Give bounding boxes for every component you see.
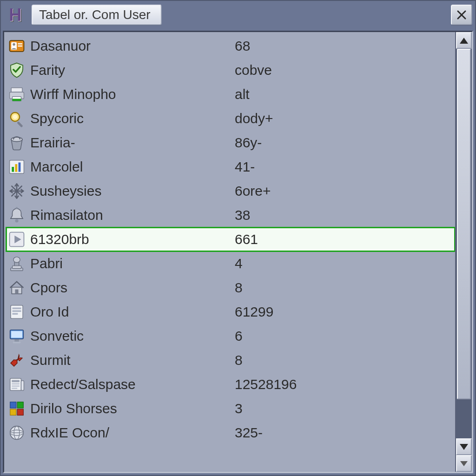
list-item[interactable]: Susheysies6ore+ [6, 179, 455, 203]
list-item[interactable]: Sonvetic6 [6, 324, 455, 348]
bell-icon [8, 206, 26, 224]
svg-rect-11 [17, 121, 23, 127]
list-item-label: Wirff Minopho [30, 86, 230, 102]
list-item-label: Pabri [30, 256, 230, 271]
list-item[interactable]: Spycoricdody+ [6, 106, 455, 131]
wrench-icon [8, 351, 26, 369]
svg-rect-38 [12, 385, 20, 386]
monitor-icon [8, 327, 26, 345]
svg-rect-22 [13, 266, 21, 269]
svg-rect-43 [17, 409, 23, 415]
arrow-down-icon [460, 444, 468, 450]
list-item[interactable]: Oro Id61299 [6, 300, 455, 324]
svg-point-10 [13, 115, 18, 119]
list-item-label: Erairia- [30, 135, 230, 151]
scroll-down-button[interactable] [456, 438, 472, 455]
bucket-icon [8, 134, 26, 152]
list-item-value: 38 [235, 207, 452, 223]
svg-rect-16 [19, 163, 21, 172]
list-item[interactable]: Pabri4 [6, 251, 455, 276]
list-item[interactable]: Marcolel41- [6, 155, 455, 179]
shield-check-icon [8, 61, 26, 79]
svg-rect-29 [13, 313, 18, 315]
list-item[interactable]: Faritycobve [6, 58, 455, 82]
search-icon [8, 110, 26, 127]
list-item[interactable]: Redect/Salspase12528196 [6, 372, 455, 397]
form-icon [8, 303, 26, 321]
svg-rect-8 [13, 99, 21, 101]
scroll-thumb[interactable] [457, 49, 471, 399]
list-item[interactable]: Rimasilaton38 [6, 203, 455, 227]
svg-rect-41 [17, 402, 23, 408]
svg-rect-37 [12, 383, 20, 384]
list-item-value: 325- [235, 425, 452, 441]
list-item-value: 6ore+ [235, 183, 452, 199]
scroll-track[interactable] [456, 49, 472, 438]
list-item-value: 12528196 [235, 377, 452, 392]
list-item-label: Surmit [30, 352, 230, 368]
svg-rect-40 [10, 402, 16, 408]
list-item-value: alt [235, 86, 452, 102]
list-item[interactable]: Surmit8 [6, 348, 455, 372]
window-frame: H Tabel or. Com User Dasanuor68Faritycob… [0, 0, 476, 476]
list-item-value: 3 [235, 401, 452, 416]
svg-rect-39 [12, 388, 17, 389]
triangle-down-icon [460, 461, 468, 466]
close-button[interactable] [451, 5, 472, 25]
svg-rect-27 [13, 308, 21, 310]
list-item[interactable]: 61320brb661 [6, 227, 455, 251]
svg-point-18 [16, 207, 18, 209]
svg-rect-5 [11, 88, 22, 93]
list-item-label: Marcolel [30, 159, 230, 175]
list-item[interactable]: Cpors8 [6, 276, 455, 300]
list-item-label: 61320brb [30, 231, 230, 247]
close-icon [456, 9, 467, 20]
list-item[interactable]: Dasanuor68 [6, 34, 455, 58]
list-item-value: cobve [235, 62, 452, 78]
window-title: Tabel or. Com User [32, 5, 162, 25]
blocks-icon [8, 400, 26, 417]
arrow-up-icon [460, 38, 468, 44]
list-item[interactable]: Dirilo Shorses3 [6, 397, 455, 421]
chart-icon [8, 158, 26, 176]
stamp-icon [8, 255, 26, 272]
svg-point-23 [13, 257, 20, 263]
list-item-value: 661 [235, 231, 452, 247]
svg-point-2 [13, 43, 15, 46]
content-area: Dasanuor68FaritycobveWirff MinophoaltSpy… [3, 31, 473, 473]
list-item-label: RdxIE Ocon/ [30, 425, 230, 441]
vertical-scrollbar[interactable] [455, 32, 472, 472]
list-item[interactable]: Wirff Minophoalt [6, 82, 455, 106]
play-icon [8, 231, 26, 248]
svg-rect-28 [13, 310, 21, 312]
list-item-value: dody+ [235, 111, 452, 126]
app-icon: H [4, 4, 27, 26]
snowflake-icon [8, 182, 26, 200]
svg-rect-15 [15, 164, 17, 172]
printer-icon [8, 86, 26, 103]
list-item-label: Dasanuor [30, 38, 230, 54]
list-item[interactable]: RdxIE Ocon/325- [6, 421, 455, 445]
list-item-value: 61299 [235, 304, 452, 320]
titlebar: H Tabel or. Com User [3, 3, 473, 27]
house-icon [8, 279, 26, 297]
svg-rect-35 [21, 381, 24, 390]
list-item-label: Cpors [30, 280, 230, 296]
id-badge-icon [8, 37, 26, 55]
list-item-label: Oro Id [30, 304, 230, 320]
list-item-value: 4 [235, 256, 452, 271]
svg-rect-14 [12, 167, 14, 172]
list-item-value: 41- [235, 159, 452, 175]
svg-point-17 [15, 219, 18, 222]
list-item[interactable]: Erairia-86y- [6, 131, 455, 155]
property-list: Dasanuor68FaritycobveWirff MinophoaltSpy… [4, 32, 455, 472]
list-item-label: Susheysies [30, 183, 230, 199]
svg-rect-3 [18, 43, 22, 44]
svg-rect-42 [10, 409, 16, 415]
svg-rect-25 [15, 290, 18, 294]
list-item-label: Redect/Salspase [30, 377, 230, 392]
list-item-label: Sonvetic [30, 328, 230, 344]
list-item-value: 68 [235, 38, 452, 54]
scroll-end-button[interactable] [456, 455, 472, 472]
scroll-up-button[interactable] [456, 32, 472, 49]
